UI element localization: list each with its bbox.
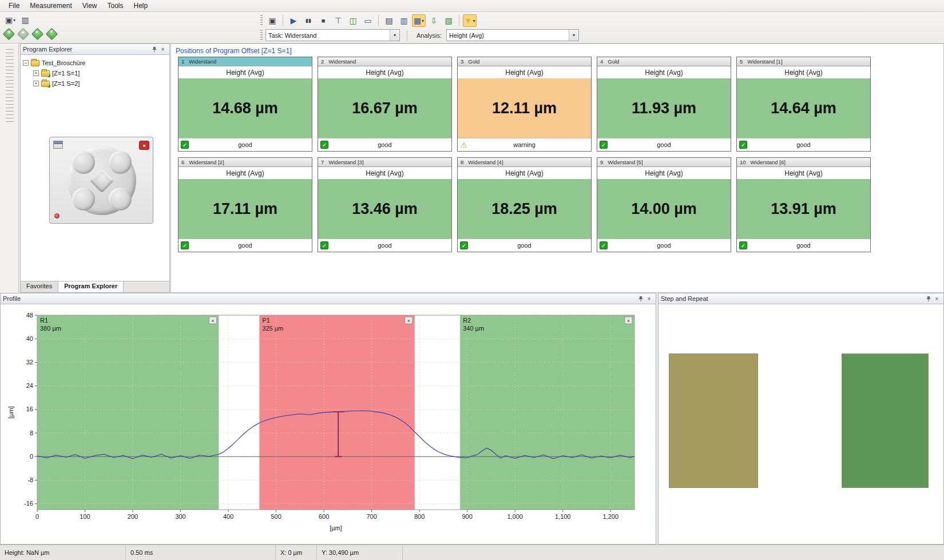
acquire-icon[interactable]: ◫ [346, 14, 360, 27]
duplicate-icon[interactable]: ▣ [265, 14, 279, 27]
print-preview-icon[interactable]: ▥ [18, 14, 32, 26]
tile-value: 13.46 µm [318, 179, 451, 239]
profile-chart[interactable]: R1380 µm×P1325 µm×R2340 µm×484032241680-… [5, 308, 646, 537]
nav-previous-button[interactable]: ◂ [3, 28, 15, 40]
measurement-tile[interactable]: 4Gold Height (Avg) 11.93 µm ✓good [597, 57, 731, 152]
pause-icon[interactable]: ▮▮ [302, 14, 315, 27]
grid-view-icon[interactable]: ▦▾ [412, 14, 426, 27]
panel-title: Step and Repeat [661, 295, 708, 302]
tile-header: 5Widerstand [1] [737, 57, 870, 66]
pin-icon[interactable] [150, 45, 158, 53]
menu-tools[interactable]: Tools [102, 1, 129, 11]
window-icon[interactable] [53, 141, 63, 149]
wafer-pad [109, 188, 132, 211]
toolbar-drag-handle[interactable] [260, 15, 263, 26]
tick-label-y: 24 [26, 382, 33, 389]
measurement-tile[interactable]: 10Widerstand [6] Height (Avg) 13.91 µm ✓… [736, 157, 871, 252]
region-p1[interactable] [259, 315, 414, 510]
measurement-tile[interactable]: 5Widerstand [1] Height (Avg) 14.64 µm ✓g… [736, 57, 871, 152]
status-bar: Height: NaN µm 0.50 ms X: 0 µm Y: 30,490… [0, 545, 944, 560]
wafer-navigator[interactable]: ■ [49, 137, 153, 224]
report-icon[interactable]: ▧ [442, 14, 455, 27]
tick-label-y: 0 [30, 453, 33, 460]
menu-help[interactable]: Help [129, 1, 153, 11]
measurement-tile[interactable]: 8Widerstand [4] Height (Avg) 18.25 µm ✓g… [457, 157, 592, 252]
tick-label-x: 400 [223, 513, 233, 520]
task-combobox[interactable]: Task: Widerstand ▾ [265, 29, 400, 41]
expander-icon[interactable]: + [33, 81, 39, 86]
sample-thumbnail-1[interactable] [669, 354, 758, 488]
program-explorer-header: Program Explorer × [21, 44, 169, 55]
measurement-tile[interactable]: 3Gold Height (Avg) 12.11 µm ⚠warning [457, 57, 592, 152]
export-icon[interactable]: ⇩ [427, 14, 441, 27]
status-time: 0.50 ms [126, 545, 276, 560]
printer-icon[interactable]: ▣▾ [3, 14, 17, 26]
nav-down-button[interactable]: ▾ [46, 28, 58, 40]
wafer-preview[interactable] [68, 146, 136, 215]
start-measurement-icon[interactable]: ▶ [287, 14, 300, 27]
tick-label-x: 200 [128, 513, 138, 520]
program-icon [41, 81, 50, 87]
region-width-label: 340 µm [463, 325, 484, 332]
measurement-tile[interactable]: 7Widerstand [3] Height (Avg) 13.46 µm ✓g… [318, 157, 452, 252]
stop-icon[interactable]: ■ [316, 14, 330, 27]
measurement-tile[interactable]: 2Widerstand Height (Avg) 16.67 µm ✓good [318, 57, 452, 152]
nav-up-button[interactable]: ▴ [17, 28, 29, 40]
tick-label-x: 900 [462, 513, 473, 520]
monitor-view-icon[interactable]: ▥ [397, 14, 411, 27]
tile-metric: Height (Avg) [737, 66, 870, 78]
region-close-icon[interactable]: × [211, 318, 214, 324]
tick-label-y: 32 [26, 359, 33, 366]
tile-status: ✓good [597, 239, 731, 252]
tick-label-x: 1,100 [555, 513, 571, 520]
tab-program-explorer[interactable]: Program Explorer [58, 281, 124, 292]
expander-icon[interactable]: − [23, 60, 29, 66]
measurement-tile[interactable]: 6Widerstand [2] Height (Avg) 17.11 µm ✓g… [178, 157, 312, 252]
tab-favorites[interactable]: Favorites [21, 281, 58, 292]
status-y: Y: 30,490 µm [317, 545, 403, 560]
close-icon[interactable]: × [933, 295, 941, 303]
chevron-down-icon[interactable]: ▾ [569, 30, 578, 41]
record-button[interactable]: ■ [139, 141, 149, 150]
histogram-view-icon[interactable]: ▤ [382, 14, 396, 27]
filter-icon[interactable]: ▼▾ [463, 14, 477, 27]
region-close-icon[interactable]: × [407, 318, 410, 324]
tile-status: ✓good [737, 138, 870, 151]
tile-metric: Height (Avg) [597, 167, 731, 179]
region-r2[interactable] [460, 315, 634, 510]
expander-icon[interactable]: + [33, 70, 39, 76]
pin-icon[interactable] [924, 295, 933, 303]
printer-dropdown-icon[interactable]: ▾ [13, 18, 15, 23]
toolbar: ▣▾ ▥ ◂ ▴ ▸ ▾ ▣ ▶ ▮▮ ■ ⊤ ◫ ▭ ▤ ▥ ▦▾ ⇩ ▧ ▼… [0, 12, 944, 43]
region-close-icon[interactable]: × [627, 318, 630, 324]
probe-icon[interactable]: ⊤ [331, 14, 345, 27]
nav-next-button[interactable]: ▸ [31, 28, 43, 40]
toolbar-drag-handle[interactable] [260, 30, 263, 41]
y-axis-label: [µm] [7, 406, 14, 419]
tick-label-x: 1,000 [507, 513, 523, 520]
tree-node-z1s2[interactable]: + [Z=1 S=2] [23, 78, 167, 89]
tree-node-root[interactable]: − Test_Broschüre [23, 58, 167, 68]
screen-icon[interactable]: ▭ [361, 14, 375, 27]
sample-thumbnail-2[interactable] [842, 354, 929, 488]
measurement-tile[interactable]: 1Widerstand Height (Avg) 14.68 µm ✓good [178, 57, 312, 152]
tile-value: 17.11 µm [179, 179, 312, 239]
close-icon[interactable]: × [645, 295, 653, 303]
tile-metric: Height (Avg) [318, 167, 451, 179]
tile-value: 14.68 µm [179, 78, 312, 138]
tree-node-z1s1[interactable]: + [Z=1 S=1] [23, 68, 167, 78]
chevron-down-icon[interactable]: ▾ [390, 30, 399, 41]
close-icon[interactable]: × [158, 45, 167, 53]
menu-bar: File Measurement View Tools Help [0, 0, 944, 12]
menu-file[interactable]: File [3, 1, 25, 11]
status-height: Height: NaN µm [0, 545, 126, 560]
analysis-combobox[interactable]: Height (Avg) ▾ [446, 29, 579, 41]
menu-view[interactable]: View [77, 1, 102, 11]
region-r1[interactable] [37, 315, 219, 510]
menu-measurement[interactable]: Measurement [25, 1, 77, 11]
tile-status: ✓good [179, 239, 312, 252]
pin-icon[interactable] [636, 295, 645, 303]
explorer-tabs: Favorites Program Explorer [21, 281, 169, 292]
measurement-tile[interactable]: 9Widerstand [5] Height (Avg) 14.00 µm ✓g… [597, 157, 731, 252]
status-icon: ✓ [739, 241, 747, 249]
